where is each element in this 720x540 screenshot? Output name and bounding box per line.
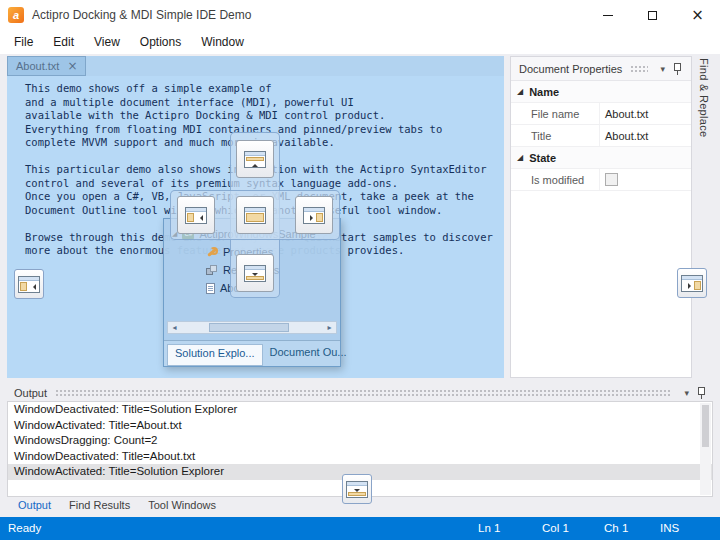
status-char: Ch 1 bbox=[604, 517, 628, 540]
property-value[interactable]: About.txt bbox=[605, 130, 648, 142]
menu-file[interactable]: File bbox=[4, 30, 43, 54]
scroll-left-icon[interactable]: ◂ bbox=[168, 322, 181, 333]
document-properties-panel: Document Properties ▾ ◢ Name File name A… bbox=[510, 56, 692, 378]
scroll-right-icon[interactable]: ▸ bbox=[323, 322, 336, 333]
minimize-icon bbox=[603, 15, 613, 16]
dock-top-icon bbox=[244, 151, 266, 168]
titlebar: a Actipro Docking & MDI Simple IDE Demo … bbox=[0, 0, 720, 30]
tab-find-replace[interactable]: Find & Replace bbox=[698, 58, 710, 137]
dock-bottom-guide-button[interactable] bbox=[236, 254, 274, 292]
wrench-icon bbox=[206, 246, 218, 258]
status-insert-mode: INS bbox=[660, 517, 679, 540]
dock-bottom-icon bbox=[346, 481, 368, 498]
status-line: Ln 1 bbox=[478, 517, 500, 540]
dock-left-icon bbox=[185, 207, 207, 224]
scrollbar-thumb[interactable] bbox=[702, 405, 709, 447]
code-line: This demo shows off a simple example of bbox=[25, 82, 504, 96]
output-scrollbar[interactable] bbox=[700, 403, 711, 495]
references-icon bbox=[206, 264, 218, 276]
property-grid: ◢ Name File name About.txt Title About.t… bbox=[511, 81, 691, 377]
dock-center-guide-button[interactable] bbox=[236, 196, 274, 234]
document-tab-strip: About.txt × bbox=[7, 56, 504, 76]
output-header[interactable]: Output ▾ bbox=[7, 384, 713, 401]
property-label: File name bbox=[511, 108, 579, 120]
is-modified-checkbox[interactable] bbox=[605, 173, 618, 186]
output-line[interactable]: WindowDeactivated: Title=Solution Explor… bbox=[8, 402, 712, 418]
tab-close-icon[interactable]: × bbox=[67, 59, 77, 73]
property-value[interactable]: About.txt bbox=[605, 108, 648, 120]
maximize-icon bbox=[648, 11, 657, 20]
pin-icon[interactable] bbox=[672, 62, 682, 75]
window-title: Actipro Docking & MDI Simple IDE Demo bbox=[32, 0, 251, 30]
output-line[interactable]: WindowsDragging: Count=2 bbox=[8, 433, 712, 449]
dock-right-guide-button[interactable] bbox=[295, 196, 333, 234]
property-row-ismodified: Is modified bbox=[511, 169, 691, 191]
document-tab-about[interactable]: About.txt × bbox=[7, 56, 86, 76]
output-line[interactable]: WindowActivated: Title=About.txt bbox=[8, 418, 712, 434]
tab-tool-windows[interactable]: Tool Windows bbox=[139, 498, 225, 514]
document-properties-header[interactable]: Document Properties ▾ bbox=[511, 57, 691, 81]
menu-window[interactable]: Window bbox=[191, 30, 254, 54]
close-button[interactable]: × bbox=[675, 0, 720, 30]
menu-view[interactable]: View bbox=[84, 30, 130, 54]
dock-edge-bottom-button[interactable] bbox=[342, 474, 372, 504]
scrollbar-track[interactable] bbox=[181, 322, 323, 333]
dock-top-guide-button[interactable] bbox=[236, 140, 274, 178]
float-window-tab-strip: Solution Explo... Document Ou... bbox=[164, 340, 340, 366]
panel-title: Document Properties bbox=[519, 63, 622, 75]
category-name[interactable]: ◢ Name bbox=[511, 81, 691, 103]
dock-right-icon bbox=[681, 275, 703, 292]
horizontal-scrollbar[interactable]: ◂ ▸ bbox=[167, 321, 337, 334]
tab-solution-explorer[interactable]: Solution Explo... bbox=[167, 344, 263, 366]
dock-edge-left-button[interactable] bbox=[14, 269, 44, 299]
output-tab-strip: Output Find Results Tool Windows bbox=[9, 498, 225, 514]
dock-edge-right-button[interactable] bbox=[677, 268, 707, 298]
window-options-icon[interactable]: ▾ bbox=[680, 388, 693, 398]
status-ready: Ready bbox=[8, 517, 41, 540]
drag-grip[interactable] bbox=[55, 389, 672, 397]
close-icon: × bbox=[691, 8, 704, 23]
document-tab-label: About.txt bbox=[16, 60, 59, 72]
status-bar: Ready Ln 1 Col 1 Ch 1 INS bbox=[0, 517, 720, 540]
property-label: Is modified bbox=[511, 174, 584, 186]
pin-icon[interactable] bbox=[696, 386, 706, 399]
property-row-filename: File name About.txt bbox=[511, 103, 691, 125]
category-state[interactable]: ◢ State bbox=[511, 147, 691, 169]
property-row-title: Title About.txt bbox=[511, 125, 691, 147]
output-line[interactable]: WindowDeactivated: Title=About.txt bbox=[8, 449, 712, 465]
category-label: Name bbox=[529, 86, 559, 98]
drag-grip[interactable] bbox=[630, 65, 648, 73]
tab-document-outline[interactable]: Document Ou... bbox=[263, 344, 354, 366]
app-logo-icon: a bbox=[8, 7, 24, 23]
property-label: Title bbox=[511, 130, 551, 142]
code-line: and a multiple document interface (MDI),… bbox=[25, 96, 504, 110]
dock-left-icon bbox=[18, 276, 40, 293]
maximize-button[interactable] bbox=[630, 0, 675, 30]
menu-edit[interactable]: Edit bbox=[43, 30, 84, 54]
expander-icon[interactable]: ◢ bbox=[517, 153, 523, 162]
menu-bar: File Edit View Options Window bbox=[0, 30, 720, 54]
tab-output[interactable]: Output bbox=[9, 498, 60, 514]
scrollbar-thumb[interactable] bbox=[209, 323, 289, 332]
document-icon bbox=[206, 283, 215, 294]
dock-right-icon bbox=[303, 207, 325, 224]
window-options-icon[interactable]: ▾ bbox=[656, 64, 669, 74]
status-column: Col 1 bbox=[542, 517, 569, 540]
dock-center-icon bbox=[244, 207, 266, 224]
tab-find-results[interactable]: Find Results bbox=[60, 498, 139, 514]
dock-bottom-icon bbox=[244, 265, 266, 282]
expander-icon[interactable]: ◢ bbox=[517, 87, 523, 96]
code-line: available with the Actipro Docking & MDI… bbox=[25, 109, 504, 123]
panel-title: Output bbox=[14, 387, 47, 399]
minimize-button[interactable] bbox=[585, 0, 630, 30]
menu-options[interactable]: Options bbox=[130, 30, 191, 54]
dock-left-guide-button[interactable] bbox=[177, 196, 215, 234]
category-label: State bbox=[529, 152, 556, 164]
